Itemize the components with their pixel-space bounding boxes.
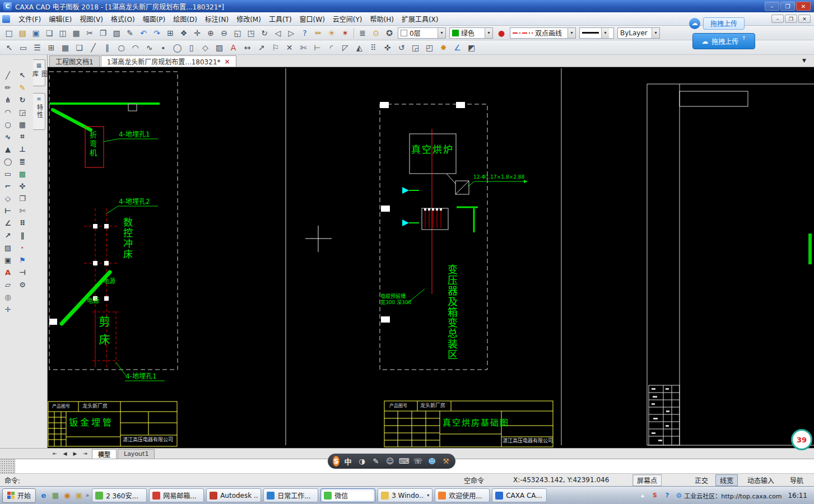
ie-icon[interactable]: e — [39, 491, 49, 501]
menu-item[interactable]: 云空间(Y) — [329, 14, 366, 25]
break-icon[interactable]: ✕ — [282, 41, 296, 54]
linetype-combo[interactable]: 双点画线 ▾ — [510, 27, 576, 39]
grid-tool-icon[interactable]: ▦ — [16, 119, 29, 130]
drawing-area[interactable]: 4-地埋孔1 4-地埋孔2 折弯机 数控冲床 电源 电源 剪床 4-地埋孔1 产… — [48, 67, 814, 448]
style-edit-icon[interactable]: ✏ — [311, 27, 325, 39]
layer-lock-icon[interactable]: ✪ — [383, 27, 396, 39]
cut-icon[interactable]: ✂ — [83, 27, 96, 39]
hyperlink-icon[interactable]: ❖ — [177, 27, 190, 39]
nav-toggle[interactable]: 导航 — [786, 475, 807, 486]
rectangle-icon[interactable]: ▯ — [184, 41, 198, 54]
menu-item[interactable]: 格式(O) — [107, 14, 139, 25]
dimension-icon[interactable]: ↔ — [240, 41, 254, 54]
color-combo[interactable]: 绿色 ▾ — [449, 27, 493, 39]
menu-item[interactable]: 幅面(P) — [139, 14, 170, 25]
zoom-out-icon[interactable]: ⊖ — [217, 27, 231, 39]
menu-item[interactable]: 绘图(D) — [169, 14, 201, 25]
taskbar-app-button[interactable]: 日常工作... — [263, 488, 318, 502]
open-icon[interactable]: ▤ — [16, 27, 29, 39]
arc-tool-icon[interactable]: ◠ — [2, 106, 14, 118]
layout-tab[interactable]: 模型 — [92, 449, 117, 459]
mirror-tool-icon[interactable]: ▲ — [2, 143, 14, 155]
array-icon[interactable]: ⠿ — [366, 41, 380, 54]
sogou-tray-icon[interactable]: S — [650, 491, 659, 500]
settings-tool-icon[interactable]: ⚙ — [16, 279, 29, 290]
move-tool-icon[interactable]: ✜ — [16, 180, 29, 192]
account-icon[interactable]: ☻ — [427, 456, 436, 466]
help-tray-icon[interactable]: ? — [662, 491, 672, 500]
zoom-window-icon[interactable]: ◱ — [231, 27, 244, 39]
taskbar-app-button[interactable]: CAXA CA... — [492, 488, 547, 502]
sogou-logo-icon[interactable]: S — [333, 456, 339, 466]
quick-launch-chevron-icon[interactable]: » — [86, 492, 89, 498]
lineweight-combo[interactable]: ▾ — [579, 27, 614, 39]
ole-object-icon[interactable]: ⊞ — [164, 27, 177, 39]
pick-mode-toggle[interactable]: 屏幕点 — [632, 474, 662, 486]
copy-icon[interactable]: ❐ — [96, 27, 110, 39]
mirror-icon[interactable]: ◭ — [352, 41, 366, 54]
spline-tool-icon[interactable]: ∿ — [2, 131, 14, 142]
pan-tool-icon[interactable]: ✛ — [2, 304, 14, 315]
scale-tool-icon[interactable]: ◲ — [16, 106, 29, 118]
ortho-tool-icon[interactable]: ⊥ — [16, 143, 29, 155]
block-tool-icon[interactable]: ▣ — [2, 254, 14, 265]
line-icon[interactable]: ╱ — [86, 41, 100, 54]
menu-item[interactable]: 标注(N) — [201, 14, 232, 25]
print-icon[interactable]: ▦ — [69, 27, 83, 39]
offset-tool-icon[interactable]: ∥ — [16, 230, 29, 241]
menu-item[interactable]: 窗口(W) — [296, 14, 329, 25]
minimize-button[interactable]: – — [765, 2, 779, 11]
move-icon[interactable]: ✜ — [380, 41, 394, 54]
first-tab-button[interactable]: ⇤ — [50, 450, 59, 458]
menu-item[interactable]: 视图(V) — [76, 14, 107, 25]
taskbar-app-button[interactable]: Autodesk ... — [206, 488, 261, 502]
node-tool-icon[interactable]: ∙ — [16, 242, 29, 253]
frame-icon[interactable]: ▭ — [16, 41, 30, 54]
close-tab-icon[interactable]: × — [225, 58, 230, 66]
explorer-icon[interactable]: ▣ — [74, 491, 84, 501]
parts-list-icon[interactable]: ⊞ — [44, 41, 58, 54]
sketch-pencil-icon[interactable]: ✎ — [16, 82, 29, 93]
polygon-tool-icon[interactable]: ◇ — [2, 193, 14, 204]
cloud-community-badge[interactable]: 39 — [791, 429, 812, 450]
start-button[interactable]: 开始 — [2, 488, 36, 503]
ortho-toggle[interactable]: 正交 — [691, 475, 712, 486]
desktop-icon[interactable]: ▦ — [50, 491, 61, 501]
trim-tool-icon[interactable]: ✄ — [16, 205, 29, 216]
lineweight-toggle[interactable]: 线宽 — [715, 474, 738, 486]
toolbox-icon[interactable]: ⚒ — [441, 456, 450, 466]
command-prompt[interactable]: 命令: — [0, 475, 20, 485]
ellipse-tool-icon[interactable]: ◯ — [2, 156, 14, 167]
symbol-icon[interactable]: ⚐ — [268, 41, 282, 54]
layers-tool-icon[interactable]: ≣ — [16, 156, 29, 167]
layer-on-icon[interactable]: ⊙ — [369, 27, 383, 39]
cn-en-icon[interactable]: 中 — [343, 456, 352, 466]
parallel-line-icon[interactable]: ∥ — [100, 41, 114, 54]
save-icon[interactable]: ▣ — [29, 27, 43, 39]
tray-expand-icon[interactable]: ▴ — [638, 491, 647, 500]
redo-icon[interactable]: ↷ — [150, 27, 164, 39]
spline-icon[interactable]: ∿ — [142, 41, 156, 54]
text-tool-icon[interactable]: A — [2, 267, 14, 278]
command-panel-grip[interactable] — [0, 459, 15, 473]
print-preview-icon[interactable]: ◫ — [56, 27, 69, 39]
bylayer-combo[interactable]: ByLayer ▾ — [617, 27, 660, 39]
mdi-minimize-button[interactable]: – — [771, 15, 784, 23]
swatch-tool-icon[interactable]: ▩ — [16, 168, 29, 179]
tab-list-chevron-icon[interactable]: ▼ — [802, 58, 806, 63]
chamfer-icon[interactable]: ◸ — [338, 41, 352, 54]
mdi-close-button[interactable]: ✕ — [798, 15, 811, 23]
rotate-tool-icon[interactable]: ↻ — [16, 94, 29, 105]
menu-item[interactable]: 编辑(E) — [45, 14, 76, 25]
voice-icon[interactable]: ☏ — [413, 456, 422, 466]
layer-combo[interactable]: 0层 ▾ — [398, 27, 446, 39]
rotate-icon[interactable]: ↺ — [394, 41, 408, 54]
ruler-tool-icon[interactable]: ⊣ — [16, 267, 29, 278]
circle-icon[interactable]: ○ — [114, 41, 128, 54]
sheet-icon[interactable]: ❏ — [72, 41, 86, 54]
import-icon[interactable]: ❏ — [43, 27, 56, 39]
dynamic-input-toggle[interactable]: 动态输入 — [743, 475, 778, 486]
fillet-icon[interactable]: ◜ — [324, 41, 338, 54]
layout-tab[interactable]: Layout1 — [118, 449, 155, 459]
media-icon[interactable]: ◉ — [62, 491, 72, 501]
